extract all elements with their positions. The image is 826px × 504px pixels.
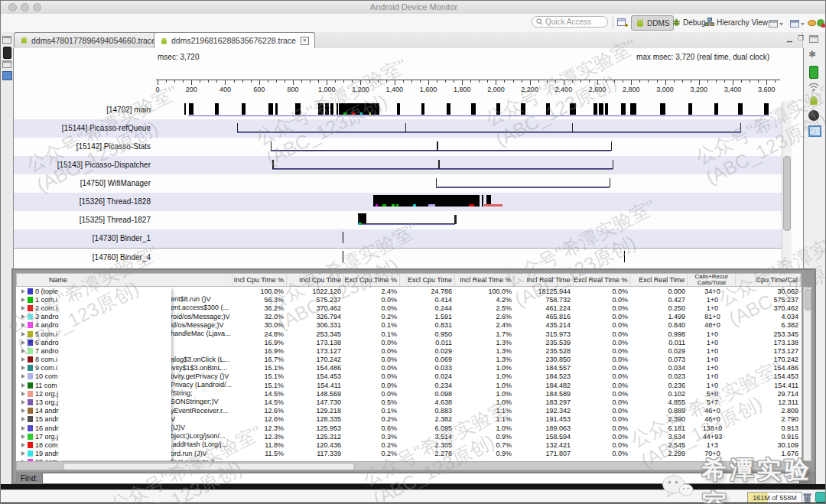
method-color-chip: [28, 288, 33, 294]
expand-arrow-icon[interactable]: [21, 383, 25, 388]
table-cell: 183.297: [515, 398, 574, 406]
expand-arrow-icon[interactable]: [21, 451, 25, 456]
find-input[interactable]: [42, 473, 800, 484]
method-name-left: 14 andr: [35, 407, 59, 415]
table-cell: 1+0: [688, 356, 737, 363]
column-header[interactable]: Excl Real Time: [630, 274, 688, 286]
table-cell: 15.1%: [232, 382, 287, 389]
trace-accent: [392, 204, 394, 206]
table-vertical-scrollbar[interactable]: [803, 287, 811, 461]
minimize-icon[interactable]: ▁: [787, 34, 792, 42]
fast-view-console-icon[interactable]: [2, 36, 11, 44]
table-cell: 0.0%: [574, 398, 631, 406]
thread-row[interactable]: [14750] WifiManager: [14, 174, 782, 193]
table-cell: 3.514: [400, 433, 455, 441]
expand-arrow-icon[interactable]: [21, 443, 25, 447]
expand-arrow-icon[interactable]: [21, 392, 25, 396]
method-name-right: roid/os/Message;)V: [171, 313, 230, 320]
table-cell: 2.5%: [455, 304, 515, 312]
profile-status-icon[interactable]: [816, 18, 826, 31]
fast-view-screen-icon[interactable]: [2, 71, 12, 80]
scrollbar-thumb[interactable]: [783, 156, 791, 231]
thread-row[interactable]: [14730] Binder_1: [14, 229, 782, 248]
tab-trace-1[interactable]: ddms4780177896494054660.trace: [14, 32, 162, 47]
table-horizontal-scrollbar[interactable]: [16, 461, 802, 470]
emulator-control-icon[interactable]: [808, 110, 819, 121]
expand-arrow-icon[interactable]: [21, 400, 25, 405]
fast-view-window-icon[interactable]: [2, 60, 11, 68]
expand-arrow-icon[interactable]: [21, 366, 25, 370]
expand-arrow-icon[interactable]: [21, 289, 25, 294]
thread-row[interactable]: [14702] main: [14, 101, 782, 119]
expand-arrow-icon[interactable]: [21, 434, 25, 439]
expand-arrow-icon[interactable]: [21, 417, 25, 421]
table-cell: 0.0%: [574, 433, 631, 441]
expand-arrow-icon[interactable]: [21, 298, 25, 302]
ruler-tick: [614, 80, 615, 83]
ruler-tick: [445, 80, 446, 83]
status-bar: 161M of 558M: [1, 489, 826, 503]
ruler-tick-label: 3,200: [684, 86, 714, 93]
table-cell: 30.062: [737, 288, 802, 295]
expand-arrow-icon[interactable]: [21, 332, 25, 337]
expand-arrow-icon[interactable]: [21, 314, 25, 319]
column-header[interactable]: Excl Cpu Time: [400, 274, 455, 286]
column-header[interactable]: Name: [17, 274, 233, 286]
close-tab-icon[interactable]: ✕: [301, 37, 309, 45]
thread-label: [14702] main: [18, 106, 151, 114]
perspective-ddms-button[interactable]: DDMS: [631, 15, 674, 31]
table-cell: 0.0%: [574, 424, 631, 432]
expand-arrow-icon[interactable]: [21, 340, 25, 345]
thread-row[interactable]: [15326] Thread-1828: [14, 193, 782, 211]
threads-icon[interactable]: ✱: [808, 49, 816, 60]
column-header[interactable]: Excl Cpu Time %: [344, 274, 400, 286]
thread-row[interactable]: [15144] Picasso-refQueue: [14, 119, 782, 138]
android-icon[interactable]: [808, 95, 819, 109]
battery-icon[interactable]: [809, 66, 818, 79]
fast-view-device-icon[interactable]: [3, 47, 11, 59]
find-label: Find:: [21, 474, 37, 483]
column-header[interactable]: Incl Cpu Time: [287, 274, 344, 286]
quick-access-input[interactable]: Quick Access: [532, 16, 608, 28]
table-cell: 235.539: [515, 339, 574, 346]
method-color-chip: [28, 382, 33, 389]
table-cell: 15.1%: [232, 364, 287, 372]
fast-view-dropdown-icon[interactable]: [769, 18, 784, 32]
thread-row[interactable]: [14760] Binder_4: [14, 248, 782, 267]
column-header[interactable]: Incl Real Time: [515, 274, 574, 286]
tab-trace-2[interactable]: ddms2196816288535676228.trace ✕: [154, 32, 315, 48]
expand-arrow-icon[interactable]: [21, 349, 25, 353]
column-header[interactable]: Excl Real Time %: [574, 274, 631, 286]
heap-status-indicator[interactable]: 161M of 558M: [747, 492, 802, 503]
column-header[interactable]: Calls+RecurCalls/Total: [688, 274, 736, 286]
expand-arrow-icon[interactable]: [21, 426, 25, 431]
expand-arrow-icon[interactable]: [21, 408, 25, 413]
column-header[interactable]: Incl Real Time %: [455, 274, 515, 286]
thread-row[interactable]: [15325] Thread-1827: [14, 211, 782, 229]
msec-label: msec: 3,720: [158, 53, 199, 61]
thread-label: [14750] WifiManager: [18, 179, 151, 187]
wifi-icon[interactable]: [808, 81, 819, 95]
expand-arrow-icon[interactable]: [21, 357, 25, 362]
expand-arrow-icon[interactable]: [21, 306, 25, 311]
thread-row[interactable]: [15143] Picasso-Dispatcher: [14, 156, 782, 174]
column-header[interactable]: Cpu Time/Cal: [736, 274, 801, 286]
perspective-hierarchy-button[interactable]: Hierarchy View: [701, 15, 772, 29]
maximize-icon[interactable]: ❐: [798, 34, 804, 42]
table-cell: 2.6%: [455, 313, 515, 320]
scrollbar-thumb[interactable]: [805, 289, 811, 311]
timeline-vertical-scrollbar[interactable]: [782, 101, 792, 266]
scrollbar-thumb[interactable]: [63, 463, 355, 470]
table-cell: 173.138: [287, 339, 344, 346]
expand-arrow-icon[interactable]: [21, 374, 25, 379]
perspective-ddms-label: DDMS: [647, 19, 669, 28]
method-color-chip: [28, 356, 33, 363]
table-cell: 128.335: [287, 415, 344, 423]
open-perspective-icon[interactable]: [617, 18, 628, 31]
expand-arrow-icon[interactable]: [21, 323, 25, 327]
column-header[interactable]: Incl Cpu Time %: [233, 274, 288, 286]
restore-view-icon[interactable]: [809, 35, 818, 43]
thread-row[interactable]: [15142] Picasso-Stats: [14, 138, 782, 156]
screen-capture-icon[interactable]: [808, 125, 821, 137]
view-menu-dropdown-icon[interactable]: [790, 18, 805, 32]
